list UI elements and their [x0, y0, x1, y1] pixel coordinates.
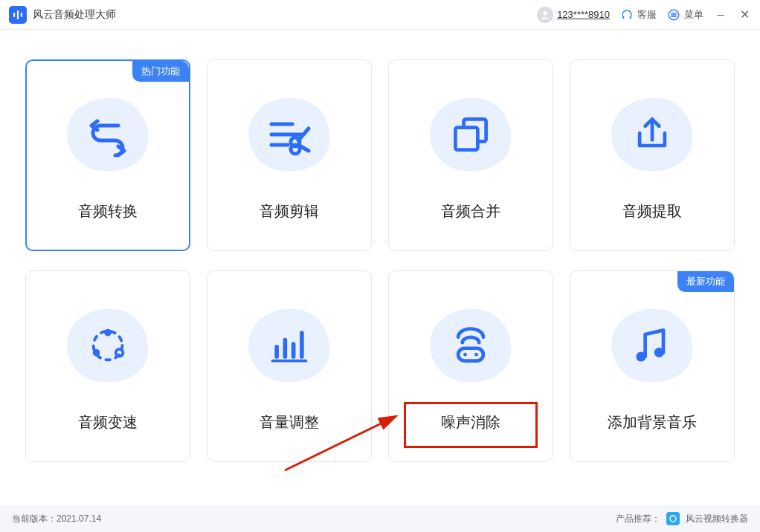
svg-point-30: [636, 351, 645, 361]
new-badge: 最新功能: [677, 271, 734, 292]
menu-label: 菜单: [684, 8, 703, 22]
version-label: 当前版本：: [12, 513, 57, 525]
feature-grid: 热门功能 音频转换: [25, 59, 735, 462]
card-audio-convert[interactable]: 热门功能 音频转换: [25, 59, 190, 251]
card-audio-speed[interactable]: 音频变速: [25, 270, 190, 462]
card-audio-extract[interactable]: 音频提取: [570, 59, 735, 251]
recommend-app-link[interactable]: 风云视频转换器: [686, 513, 748, 525]
version-value: 2021.07.14: [57, 513, 101, 524]
speed-icon: [85, 322, 131, 369]
app-title: 风云音频处理大师: [33, 8, 116, 22]
music-note-icon: [630, 323, 674, 368]
headset-icon: [620, 8, 634, 22]
minimize-button[interactable]: –: [714, 8, 727, 22]
card-audio-trim[interactable]: 音频剪辑: [207, 59, 372, 251]
merge-icon: [448, 112, 493, 157]
svg-point-3: [544, 11, 547, 15]
card-audio-merge[interactable]: 音频合并: [388, 59, 553, 251]
card-label: 音量调整: [260, 412, 319, 432]
hot-badge: 热门功能: [132, 61, 189, 82]
card-label: 音频变速: [78, 412, 138, 432]
svg-point-33: [670, 516, 676, 522]
svg-point-21: [116, 348, 123, 356]
status-bar: 当前版本： 2021.07.14 产品推荐： 风云视频转换器: [0, 505, 760, 532]
volume-bars-icon: [267, 323, 312, 368]
menu-icon: [667, 8, 680, 22]
titlebar: 风云音频处理大师 123****8910 客服 菜单 – ✕: [0, 0, 760, 30]
recommend-label: 产品推荐：: [616, 513, 660, 525]
svg-rect-0: [13, 13, 15, 17]
main-content: 热门功能 音频转换: [0, 30, 760, 477]
svg-point-29: [474, 352, 478, 356]
extract-icon: [630, 112, 674, 157]
svg-rect-16: [455, 127, 477, 149]
scissors-icon: [265, 111, 313, 158]
card-label: 音频合并: [441, 201, 500, 221]
svg-point-20: [93, 348, 100, 356]
card-add-bgm[interactable]: 最新功能 添加背景音乐: [570, 270, 735, 462]
card-label: 噪声消除: [441, 412, 500, 432]
support-label: 客服: [637, 8, 657, 22]
user-id: 123****8910: [557, 9, 610, 20]
svg-rect-27: [458, 348, 483, 360]
svg-rect-2: [21, 13, 22, 17]
card-label: 音频转换: [78, 201, 138, 221]
menu-button[interactable]: 菜单: [667, 8, 703, 22]
svg-point-28: [463, 352, 467, 356]
recommend-app-icon: [666, 512, 680, 525]
svg-rect-1: [17, 10, 19, 19]
card-volume-adjust[interactable]: 音量调整: [207, 270, 372, 462]
convert-icon: [84, 111, 132, 158]
close-button[interactable]: ✕: [738, 7, 751, 22]
card-label: 添加背景音乐: [608, 412, 697, 432]
svg-point-31: [654, 347, 664, 357]
card-label: 音频剪辑: [260, 201, 319, 221]
noise-icon: [448, 323, 493, 368]
card-label: 音频提取: [622, 201, 682, 221]
card-noise-reduce[interactable]: 噪声消除: [388, 270, 553, 462]
svg-point-19: [104, 328, 112, 336]
support-button[interactable]: 客服: [620, 8, 657, 22]
user-account[interactable]: 123****8910: [537, 7, 610, 23]
avatar-icon: [537, 7, 553, 23]
app-logo-icon: [9, 6, 27, 24]
